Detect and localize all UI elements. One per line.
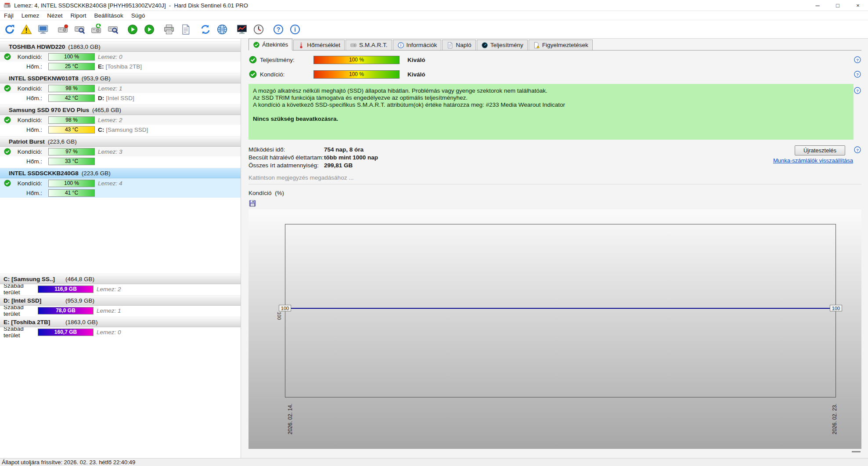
chart-point-label: 100 xyxy=(279,305,291,311)
statistics-block: Működési idő: 754 nap, 8 óra Becsült hát… xyxy=(249,145,861,169)
disk-temperature-row[interactable]: Hőm.: 25 °C E:[Toshiba 2TB] xyxy=(0,61,241,71)
status-action-text: Nincs szükség beavatkozásra. xyxy=(253,116,849,123)
help-icon[interactable] xyxy=(854,87,861,94)
printer-icon[interactable] xyxy=(162,22,176,37)
disk-size: (953,9 GB) xyxy=(82,75,111,82)
disk-temperature-row[interactable]: Hőm.: 42 °C D:[Intel SSD] xyxy=(0,93,241,103)
tab-log[interactable]: Napló xyxy=(442,40,475,50)
disk-condition-row[interactable]: Kondíció: 100 % Lemez: 4 xyxy=(0,178,241,188)
drive-assignment: E:[Toshiba 2TB] xyxy=(98,63,142,70)
disk-condition-row[interactable]: Kondíció: 98 % Lemez: 2 xyxy=(0,115,241,125)
disk-icon xyxy=(350,42,357,49)
tab-warnings[interactable]: Figyelmeztetések xyxy=(529,40,593,50)
monitor-icon[interactable] xyxy=(36,22,50,37)
condition-label: Kondíció: xyxy=(12,54,42,60)
status-message-line: Az SSD TRIM funkciója támogatva és enged… xyxy=(253,94,849,101)
menu-view[interactable]: Nézet xyxy=(43,12,66,19)
disk-condition-row[interactable]: Kondíció: 97 % Lemez: 3 xyxy=(0,147,241,156)
maximize-button[interactable]: □ xyxy=(828,0,848,11)
partition-header[interactable]: D: [Intel SSD] (953,9 GB) xyxy=(0,295,241,306)
performance-rating: Kiváló xyxy=(407,57,425,63)
partition-name: E: [Toshiba 2TB] xyxy=(4,319,50,325)
partition-entry: E: [Toshiba 2TB] (1863,0 GB) Szabad terü… xyxy=(0,317,241,337)
status-bar: Állapot utoljára frissítve: 2026. 02. 23… xyxy=(0,458,868,466)
disk-scan-icon[interactable] xyxy=(105,22,120,37)
partition-header[interactable]: E: [Toshiba 2TB] (1863,0 GB) xyxy=(0,317,241,327)
help-icon[interactable] xyxy=(854,146,861,154)
run-test-icon[interactable] xyxy=(125,22,140,37)
report-icon[interactable] xyxy=(178,22,193,37)
comment-field[interactable]: Kattintson megjegyzés megadásához ... xyxy=(249,174,861,184)
status-ok-icon xyxy=(4,53,11,61)
disk-name: Patriot Burst xyxy=(9,138,45,145)
tab-smart[interactable]: S.M.A.R.T. xyxy=(346,40,392,50)
info-icon[interactable] xyxy=(288,22,303,37)
disk-header[interactable]: INTEL SSDPEKNW010T8 (953,9 GB) xyxy=(0,73,241,83)
partition-header[interactable]: C: [Samsung SS..] (464,8 GB) xyxy=(0,274,241,284)
disk-header[interactable]: Samsung SSD 970 EVO Plus (465,8 GB) xyxy=(0,105,241,115)
disk-remove-icon[interactable] xyxy=(55,22,70,37)
info-icon xyxy=(397,42,404,49)
menu-settings[interactable]: Beállítások xyxy=(90,12,127,19)
disk-name: TOSHIBA HDWD220 xyxy=(9,43,65,50)
chart-point-label: 100 xyxy=(830,305,842,311)
disk-search-icon[interactable] xyxy=(72,22,87,37)
disk-temperature-row[interactable]: Hőm.: 41 °C xyxy=(0,188,241,198)
condition-bar: 100 % xyxy=(48,53,95,61)
help-icon[interactable] xyxy=(854,70,861,78)
tab-information[interactable]: Információk xyxy=(393,40,442,50)
disk-name: INTEL SSDSCKKB240G8 xyxy=(9,170,79,177)
retest-button[interactable]: Újratesztelés xyxy=(795,145,845,155)
resize-grip[interactable] xyxy=(852,451,861,452)
menu-disk[interactable]: Lemez xyxy=(18,12,43,19)
temperature-label: Hőm.: xyxy=(12,126,42,133)
clock-icon[interactable] xyxy=(251,22,266,37)
disk-number: Lemez: 0 xyxy=(97,329,121,336)
reset-counters-link[interactable]: Munka-számlálók visszaállítása xyxy=(773,157,853,164)
tab-temperature[interactable]: Hőmérséklet xyxy=(293,40,345,50)
partition-list: C: [Samsung SS..] (464,8 GB) Szabad terü… xyxy=(0,274,241,337)
partition-free-row[interactable]: Szabad terület 78,0 GB Lemez: 1 xyxy=(0,306,241,315)
condition-value: 100 % xyxy=(349,71,364,77)
disk-entry: Samsung SSD 970 EVO Plus (465,8 GB) Kond… xyxy=(0,105,241,134)
free-space-bar: 160,7 GB xyxy=(38,329,94,336)
menu-help[interactable]: Súgó xyxy=(127,12,149,19)
tab-label: Napló xyxy=(456,42,471,48)
disk-size: (1863,0 GB) xyxy=(68,43,101,50)
disk-number: Lemez: 3 xyxy=(98,148,122,155)
menu-file[interactable]: Fájl xyxy=(0,12,18,19)
status-ok-icon xyxy=(249,70,257,79)
disk-header[interactable]: INTEL SSDSCKKB240G8 (223,6 GB) xyxy=(0,168,241,178)
tab-overview[interactable]: Áttekintés xyxy=(249,39,292,51)
disk-size: (465,8 GB) xyxy=(92,107,121,113)
partition-free-row[interactable]: Szabad terület 160,7 GB Lemez: 0 xyxy=(0,327,241,337)
check-icon xyxy=(253,41,260,48)
refresh-icon[interactable] xyxy=(2,22,17,37)
sync-icon[interactable] xyxy=(198,22,213,37)
disk-condition-row[interactable]: Kondíció: 100 % Lemez: 0 xyxy=(0,52,241,61)
quick-test-icon[interactable] xyxy=(142,22,157,37)
tab-label: Áttekintés xyxy=(262,41,288,48)
chart-x-axis-label: 2026. 02. 14. xyxy=(287,400,293,434)
warning-icon[interactable] xyxy=(19,22,34,37)
help-icon[interactable] xyxy=(854,56,861,64)
condition-label: Kondíció: xyxy=(12,85,42,92)
performance-monitor-icon[interactable] xyxy=(234,22,249,37)
close-button[interactable]: × xyxy=(848,0,868,11)
help-icon[interactable] xyxy=(271,22,286,37)
partition-free-row[interactable]: Szabad terület 116,9 GB Lemez: 2 xyxy=(0,284,241,294)
disk-condition-row[interactable]: Kondíció: 98 % Lemez: 1 xyxy=(0,83,241,93)
tab-performance[interactable]: Teljesítmény xyxy=(477,40,528,50)
web-icon[interactable] xyxy=(215,22,230,37)
disk-temperature-row[interactable]: Hőm.: 43 °C C:[Samsung SSD] xyxy=(0,125,241,134)
disk-header[interactable]: Patriot Burst (223,6 GB) xyxy=(0,136,241,147)
disk-header[interactable]: TOSHIBA HDWD220 (1863,0 GB) xyxy=(0,41,241,52)
minimize-button[interactable]: ─ xyxy=(807,0,828,11)
save-chart-button[interactable] xyxy=(249,199,257,208)
disk-entry: Patriot Burst (223,6 GB) Kondíció: 97 % … xyxy=(0,136,241,166)
disk-temperature-row[interactable]: Hőm.: 33 °C xyxy=(0,156,241,166)
disk-list-panel: TOSHIBA HDWD220 (1863,0 GB) Kondíció: 10… xyxy=(0,39,241,458)
menu-report[interactable]: Riport xyxy=(67,12,90,19)
disk-refresh-icon[interactable] xyxy=(89,22,104,37)
temperature-label: Hőm.: xyxy=(12,158,42,165)
